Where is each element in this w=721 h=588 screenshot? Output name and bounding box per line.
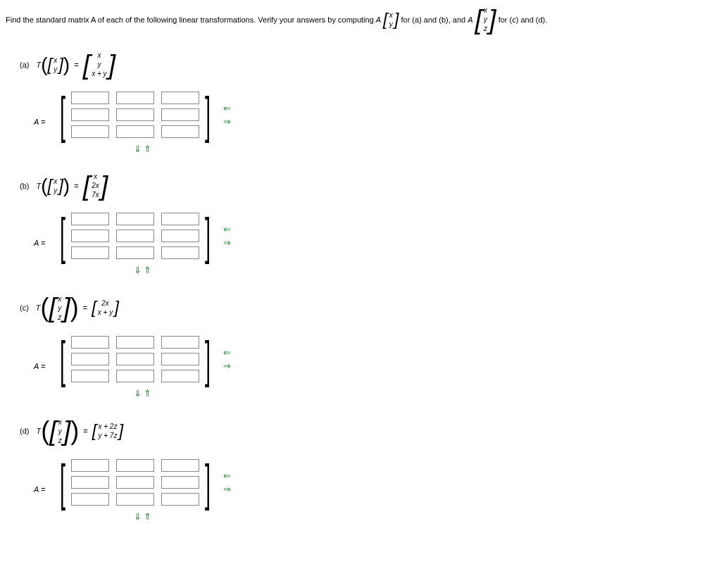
problem-statement: Find the standard matrix A of each of th… [6, 6, 715, 33]
add-row-icon[interactable]: ⇓ [134, 265, 144, 275]
a-equals-label: A = [34, 362, 45, 370]
part-d: (d) T ( [ x y z ] ) = [ x + 2z y + 7z ] … [6, 416, 715, 522]
t-symbol: T [36, 304, 41, 312]
remove-row-icon[interactable]: ⇑ [144, 388, 153, 399]
remove-col-icon[interactable]: ⇐ [223, 347, 231, 358]
add-col-icon[interactable]: ⇒ [223, 484, 231, 494]
remove-row-icon[interactable]: ⇑ [144, 511, 153, 522]
matrix-cell[interactable] [71, 246, 109, 259]
intro-text: Find the standard matrix A of each of th… [6, 15, 374, 24]
matrix-cell[interactable] [116, 370, 154, 382]
part-c: (c) T ( [ x y z ] ) = [ 2x x + y ] A = [ [6, 293, 715, 399]
add-col-icon[interactable]: ⇒ [223, 116, 231, 127]
matrix-cell[interactable] [161, 213, 199, 225]
matrix-c: [ ] ⇐ ⇒ [56, 333, 231, 385]
matrix-cell[interactable] [71, 230, 109, 242]
matrix-cell[interactable] [161, 336, 199, 349]
matrix-cell[interactable] [116, 92, 154, 104]
matrix-cell[interactable] [116, 493, 154, 506]
matrix-cell[interactable] [161, 108, 199, 121]
add-row-icon[interactable]: ⇓ [134, 388, 144, 399]
matrix-cell[interactable] [71, 370, 109, 382]
add-col-icon[interactable]: ⇒ [223, 237, 231, 248]
matrix-cell[interactable] [161, 92, 199, 104]
remove-row-icon[interactable]: ⇑ [144, 265, 153, 275]
matrix-cell[interactable] [116, 213, 154, 225]
matrix-cell[interactable] [161, 459, 199, 472]
vec-xy: [ x y ] [383, 11, 399, 29]
part-a: (a) T ( [ x y ] ) = [ x y x + y ] A = [ [6, 51, 715, 154]
a-label-2: A [468, 15, 472, 24]
matrix-cell[interactable] [71, 125, 109, 138]
t-symbol: T [36, 61, 41, 69]
a-equals-label: A = [34, 239, 45, 247]
matrix-cell[interactable] [71, 493, 109, 506]
remove-col-icon[interactable]: ⇐ [223, 470, 231, 481]
a-equals-label: A = [34, 485, 45, 494]
matrix-cell[interactable] [71, 92, 109, 104]
matrix-cell[interactable] [161, 370, 199, 382]
remove-row-icon[interactable]: ⇑ [144, 144, 153, 154]
a-equals-label: A = [34, 118, 45, 126]
matrix-cell[interactable] [116, 353, 154, 365]
matrix-cell[interactable] [116, 476, 154, 489]
matrix-cell[interactable] [116, 108, 154, 121]
add-row-icon[interactable]: ⇓ [134, 144, 144, 154]
matrix-cell[interactable] [161, 246, 199, 259]
part-c-label: (c) [20, 304, 29, 312]
matrix-cell[interactable] [161, 493, 199, 506]
matrix-cell[interactable] [71, 213, 109, 225]
matrix-cell[interactable] [161, 353, 199, 365]
matrix-cell[interactable] [116, 246, 154, 259]
part-a-label: (a) [20, 61, 29, 69]
matrix-cell[interactable] [116, 125, 154, 138]
matrix-cell[interactable] [116, 336, 154, 349]
matrix-cell[interactable] [116, 459, 154, 472]
matrix-cell[interactable] [71, 353, 109, 365]
matrix-d: [ ] ⇐ ⇒ [56, 456, 231, 508]
matrix-b: [ ] ⇐ ⇒ [56, 210, 231, 262]
add-col-icon[interactable]: ⇒ [223, 361, 231, 371]
t-symbol: T [36, 427, 41, 435]
matrix-cell[interactable] [161, 476, 199, 489]
matrix-a: [ ] ⇐ ⇒ [56, 89, 231, 141]
matrix-cell[interactable] [161, 125, 199, 138]
matrix-cell[interactable] [71, 336, 109, 349]
matrix-cell[interactable] [71, 476, 109, 489]
t-symbol: T [36, 182, 41, 190]
vec-xyz: [ x y z ] [475, 6, 496, 33]
remove-col-icon[interactable]: ⇐ [223, 103, 231, 113]
matrix-cell[interactable] [71, 459, 109, 472]
mid-text-1: for (a) and (b), and [401, 15, 465, 24]
matrix-cell[interactable] [71, 108, 109, 121]
matrix-cell[interactable] [161, 230, 199, 242]
part-b: (b) T ( [ x y ] ) = [ x 2x 7x ] A = [ [6, 172, 715, 275]
mid-text-2: for (c) and (d). [499, 15, 548, 24]
a-label-1: A [376, 15, 381, 24]
remove-col-icon[interactable]: ⇐ [223, 224, 231, 234]
part-d-label: (d) [20, 427, 29, 435]
add-row-icon[interactable]: ⇓ [134, 511, 144, 522]
part-b-label: (b) [20, 182, 29, 190]
matrix-cell[interactable] [116, 230, 154, 242]
